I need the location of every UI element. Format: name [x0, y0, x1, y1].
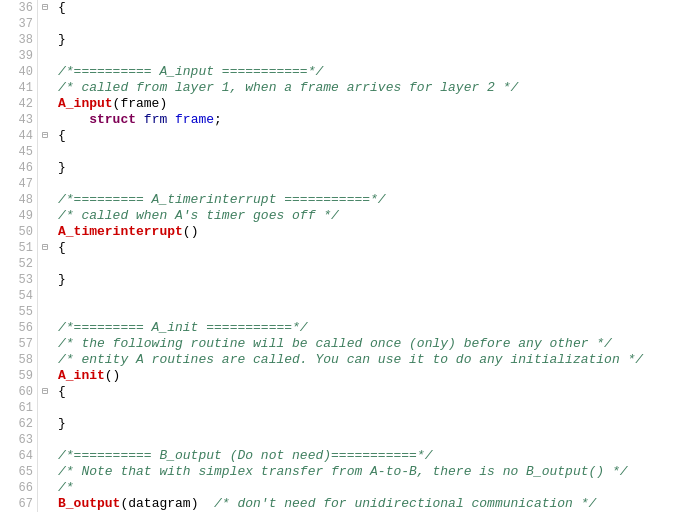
fold-marker [38, 256, 52, 272]
fold-marker[interactable]: ⊟ [38, 384, 52, 400]
code-line: /* entity A routines are called. You can… [58, 352, 690, 368]
code-line: { [58, 128, 690, 144]
fold-marker [38, 448, 52, 464]
line-number: 52 [6, 256, 33, 272]
line-number: 51 [6, 240, 33, 256]
fold-marker [38, 432, 52, 448]
code-line: /* called from layer 1, when a frame arr… [58, 80, 690, 96]
code-line: } [58, 160, 690, 176]
fold-marker [38, 288, 52, 304]
line-number: 42 [6, 96, 33, 112]
fold-gutter[interactable]: ⊟⊟⊟⊟⊟ [38, 0, 52, 512]
code-line: A_timerinterrupt() [58, 224, 690, 240]
fold-marker [38, 224, 52, 240]
code-line: /* called when A's timer goes off */ [58, 208, 690, 224]
code-line [58, 176, 690, 192]
code-line: A_init() [58, 368, 690, 384]
code-line: } [58, 416, 690, 432]
fold-marker [38, 16, 52, 32]
line-number: 65 [6, 464, 33, 480]
fold-marker [38, 480, 52, 496]
code-line [58, 256, 690, 272]
line-number: 36 [6, 0, 33, 16]
fold-marker [38, 112, 52, 128]
code-area: { } /*========== A_input ===========*//*… [52, 0, 690, 512]
fold-marker [38, 208, 52, 224]
line-number: 67 [6, 496, 33, 512]
code-line [58, 288, 690, 304]
fold-marker [38, 176, 52, 192]
fold-marker [38, 48, 52, 64]
code-line: } [58, 32, 690, 48]
line-number: 46 [6, 160, 33, 176]
line-number: 59 [6, 368, 33, 384]
line-number: 57 [6, 336, 33, 352]
code-line: /*========= A_init ===========*/ [58, 320, 690, 336]
code-line [58, 48, 690, 64]
line-number: 49 [6, 208, 33, 224]
line-number: 64 [6, 448, 33, 464]
fold-marker [38, 32, 52, 48]
fold-marker [38, 336, 52, 352]
code-line: /*========= A_timerinterrupt ===========… [58, 192, 690, 208]
line-number: 40 [6, 64, 33, 80]
line-number: 38 [6, 32, 33, 48]
fold-marker [38, 368, 52, 384]
code-line: /*========== A_input ===========*/ [58, 64, 690, 80]
fold-marker [38, 80, 52, 96]
line-number: 55 [6, 304, 33, 320]
line-number: 48 [6, 192, 33, 208]
fold-marker[interactable]: ⊟ [38, 0, 52, 16]
line-number: 63 [6, 432, 33, 448]
code-line: { [58, 240, 690, 256]
code-line: A_input(frame) [58, 96, 690, 112]
code-line: { [58, 384, 690, 400]
fold-marker [38, 64, 52, 80]
code-line: B_output(datagram) /* don't need for uni… [58, 496, 690, 512]
line-number: 53 [6, 272, 33, 288]
line-number: 37 [6, 16, 33, 32]
code-line: } [58, 272, 690, 288]
code-line: /*========== B_output (Do not need)=====… [58, 448, 690, 464]
fold-marker [38, 160, 52, 176]
line-number: 44 [6, 128, 33, 144]
fold-marker [38, 352, 52, 368]
line-number: 43 [6, 112, 33, 128]
code-line: /* the following routine will be called … [58, 336, 690, 352]
line-number: 47 [6, 176, 33, 192]
fold-marker [38, 464, 52, 480]
code-line: /* [58, 480, 690, 496]
code-line [58, 432, 690, 448]
fold-marker [38, 416, 52, 432]
line-number: 41 [6, 80, 33, 96]
line-number: 60 [6, 384, 33, 400]
code-line [58, 144, 690, 160]
line-number: 61 [6, 400, 33, 416]
line-number: 54 [6, 288, 33, 304]
line-number: 62 [6, 416, 33, 432]
line-number: 56 [6, 320, 33, 336]
code-line [58, 304, 690, 320]
line-number: 39 [6, 48, 33, 64]
fold-marker[interactable]: ⊟ [38, 240, 52, 256]
fold-marker [38, 320, 52, 336]
fold-marker[interactable]: ⊟ [38, 128, 52, 144]
line-number: 45 [6, 144, 33, 160]
fold-marker [38, 272, 52, 288]
fold-marker [38, 192, 52, 208]
fold-marker [38, 304, 52, 320]
code-line: { [58, 0, 690, 16]
fold-marker [38, 96, 52, 112]
code-line: /* Note that with simplex transfer from … [58, 464, 690, 480]
fold-marker [38, 496, 52, 512]
line-number: 50 [6, 224, 33, 240]
line-number: 58 [6, 352, 33, 368]
fold-marker [38, 400, 52, 416]
line-numbers: 3637383940414243444546474849505152535455… [0, 0, 38, 512]
code-line: struct frm frame; [58, 112, 690, 128]
fold-marker [38, 144, 52, 160]
code-line [58, 16, 690, 32]
code-line [58, 400, 690, 416]
code-editor: 3637383940414243444546474849505152535455… [0, 0, 690, 512]
line-number: 66 [6, 480, 33, 496]
